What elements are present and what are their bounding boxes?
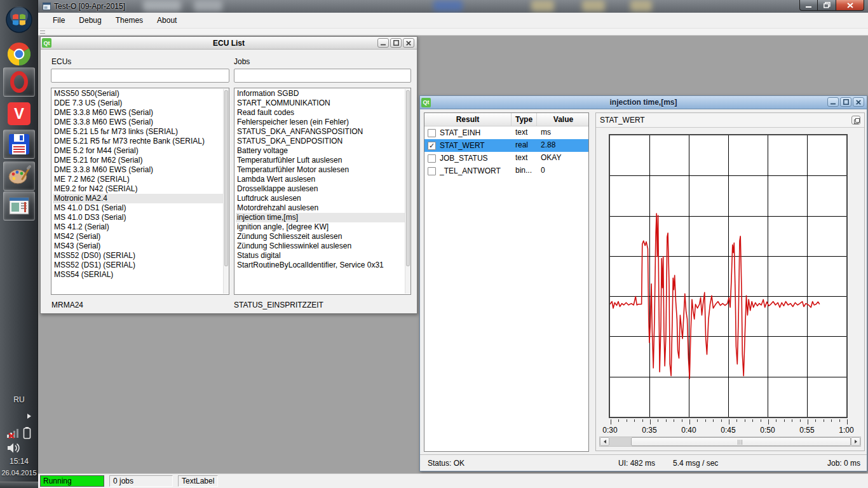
list-item[interactable]: DME 5.21 for M62 (Serial) bbox=[53, 156, 229, 165]
list-item[interactable]: MS 41.0 DS3 (Serial) bbox=[53, 213, 229, 222]
desktop-icon-blur bbox=[630, 0, 652, 11]
taskbar-item-vivaldi[interactable]: V bbox=[3, 99, 35, 128]
taskbar-item-opera[interactable] bbox=[3, 67, 35, 97]
list-item[interactable]: Zündung Schliesswinkel auslesen bbox=[236, 241, 410, 251]
scroll-left-arrow[interactable] bbox=[600, 437, 609, 446]
list-item[interactable]: Status digital bbox=[236, 251, 410, 261]
checkbox-unchecked[interactable] bbox=[428, 154, 436, 163]
taskbar-item-save[interactable] bbox=[3, 130, 35, 159]
list-item[interactable]: DDE 7.3 US (Serial) bbox=[53, 98, 229, 108]
main-restore-button[interactable] bbox=[818, 0, 836, 11]
list-item[interactable]: DME 3.3.8 M60 EWS (Serial) bbox=[53, 165, 229, 175]
list-item[interactable]: injection time,[ms] bbox=[236, 213, 410, 222]
list-item[interactable]: DME 5.21 L5 fьr M73 links (SERIAL) bbox=[53, 127, 229, 137]
main-titlebar[interactable]: Test-O [09-Apr-2015] bbox=[38, 0, 868, 13]
plot-area[interactable] bbox=[609, 134, 848, 418]
injection-minimize-button[interactable] bbox=[827, 97, 839, 107]
list-item[interactable]: Battery voltage bbox=[236, 146, 410, 156]
list-item[interactable]: Luftdruck auslesen bbox=[236, 194, 410, 203]
scrollbar-page-left[interactable] bbox=[609, 437, 631, 446]
list-item[interactable]: Information SGBD bbox=[236, 89, 410, 98]
ecu-minimize-button[interactable] bbox=[377, 38, 389, 48]
menu-item-debug[interactable]: Debug bbox=[72, 14, 107, 27]
list-item[interactable]: MS43 (Serial) bbox=[53, 241, 229, 251]
table-row[interactable]: _TEL_ANTWORTbin...0 bbox=[424, 165, 588, 177]
list-item[interactable]: DME 3.3.8 M60 EWS (Serial) bbox=[53, 108, 229, 118]
list-item[interactable]: ignition angle, [degree KW] bbox=[236, 222, 410, 232]
injection-window-titlebar[interactable]: Qt injection time,[ms] bbox=[420, 96, 867, 109]
ecu-window-titlebar[interactable]: Qt ECU List bbox=[41, 37, 417, 50]
list-item[interactable]: Temperaturfühler Luft auslesen bbox=[236, 156, 410, 165]
scroll-right-arrow[interactable] bbox=[851, 437, 860, 446]
job-list-scrollbar[interactable] bbox=[405, 89, 410, 294]
language-indicator[interactable]: RU bbox=[0, 395, 38, 404]
list-item[interactable]: START_KOMMUNIKATION bbox=[236, 98, 410, 108]
checkbox-unchecked[interactable] bbox=[428, 167, 436, 175]
taskbar-item-chrome[interactable] bbox=[3, 39, 35, 69]
column-header-result[interactable]: Result bbox=[424, 113, 512, 126]
table-row[interactable]: JOB_STATUStextOKAY bbox=[424, 152, 588, 165]
result-table-header[interactable]: Result Type Value bbox=[424, 113, 588, 126]
checkbox-checked[interactable]: ✓ bbox=[428, 142, 436, 150]
list-item[interactable]: Read fault codes bbox=[236, 108, 410, 118]
list-item[interactable]: Zündung Schliesszeit auslesen bbox=[236, 232, 410, 241]
list-item[interactable]: StartRoutineByLocalIdentifier, Service 0… bbox=[236, 261, 410, 270]
list-item[interactable]: MS 41.0 DS1 (Serial) bbox=[53, 203, 229, 213]
list-item[interactable]: Temperaturfühler Motor auslesen bbox=[236, 165, 410, 175]
ecu-maximize-button[interactable] bbox=[390, 38, 402, 48]
injection-close-button[interactable] bbox=[853, 97, 864, 107]
list-item[interactable]: MSS54 (SERIAL) bbox=[53, 270, 229, 280]
column-header-value[interactable]: Value bbox=[537, 113, 590, 126]
x-tick-label: 0:45 bbox=[715, 426, 741, 435]
ecu-filter-input[interactable] bbox=[51, 69, 229, 83]
battery-icon[interactable] bbox=[23, 426, 31, 439]
clock-time[interactable]: 15:14 bbox=[0, 457, 38, 466]
network-status-icon[interactable] bbox=[6, 427, 19, 438]
menu-item-file[interactable]: File bbox=[46, 14, 71, 27]
table-row[interactable]: STAT_EINHtextms bbox=[424, 126, 588, 139]
list-item[interactable]: Drosselklappe auslesen bbox=[236, 184, 410, 194]
show-desktop-button[interactable] bbox=[0, 482, 38, 488]
list-item[interactable]: MS42 (Serial) bbox=[53, 232, 229, 241]
result-name: _TEL_ANTWORT bbox=[440, 165, 501, 177]
list-item[interactable]: DME 3.3.8 M60 EWS (Serial) bbox=[53, 118, 229, 127]
ecu-list-scrollbar[interactable] bbox=[223, 89, 229, 294]
x-tick-label: 1:00 bbox=[834, 426, 859, 435]
toolbar-grip[interactable] bbox=[40, 30, 45, 34]
start-button[interactable] bbox=[3, 5, 35, 34]
menu-item-about[interactable]: About bbox=[151, 14, 183, 27]
time-scrollbar[interactable] bbox=[599, 437, 861, 447]
detach-panel-icon[interactable] bbox=[851, 116, 860, 125]
main-minimize-button[interactable] bbox=[799, 0, 818, 11]
column-header-type[interactable]: Type bbox=[512, 113, 537, 126]
list-item[interactable]: MSS50 S50(Serial) bbox=[53, 89, 229, 98]
taskbar-item-paint[interactable] bbox=[3, 161, 35, 191]
scrollbar-thumb[interactable] bbox=[631, 437, 851, 446]
list-item[interactable]: ME9.2 for N42 (SERIAL) bbox=[53, 184, 229, 194]
list-item[interactable]: Motronic MA2.4 bbox=[53, 194, 229, 203]
speaker-icon[interactable] bbox=[6, 442, 20, 454]
menu-item-themes[interactable]: Themes bbox=[109, 14, 149, 27]
list-item[interactable]: STATUS_DKA_ANFANGSPOSITION bbox=[236, 127, 410, 137]
clock-date[interactable]: 26.04.2015 bbox=[0, 469, 38, 477]
list-item[interactable]: DME 5.21 R5 fьr M73 rechte Bank (SERIAL) bbox=[53, 137, 229, 146]
list-item[interactable]: Fehlerspeicher lesen (ein Fehler) bbox=[236, 118, 410, 127]
list-item[interactable]: Lambda Wert auslesen bbox=[236, 175, 410, 184]
list-item[interactable]: MSS52 (DS0) (SERIAL) bbox=[53, 251, 229, 261]
list-item[interactable]: Motordrehzahl auslesen bbox=[236, 203, 410, 213]
result-value: 0 bbox=[537, 165, 590, 177]
taskbar-item-testapp[interactable] bbox=[3, 191, 35, 220]
injection-maximize-button[interactable] bbox=[840, 97, 851, 107]
list-item[interactable]: MSS52 (DS1) (SERIAL) bbox=[53, 261, 229, 270]
checkbox-unchecked[interactable] bbox=[428, 129, 436, 137]
job-filter-input[interactable] bbox=[234, 69, 411, 83]
main-close-button[interactable] bbox=[836, 0, 864, 11]
list-item[interactable]: MS 41.2 (Serial) bbox=[53, 222, 229, 232]
list-item[interactable]: ME 7.2 M62 (SERIAL) bbox=[53, 175, 229, 184]
list-item[interactable]: STATUS_DKA_ENDPOSITION bbox=[236, 137, 410, 146]
table-row[interactable]: ✓STAT_WERTreal2.88 bbox=[424, 139, 588, 152]
panel-splitter[interactable] bbox=[589, 112, 595, 452]
ecu-close-button[interactable] bbox=[403, 38, 414, 48]
tray-expand-arrow[interactable] bbox=[27, 413, 32, 419]
list-item[interactable]: DME 5.2 for M44 (Serial) bbox=[53, 146, 229, 156]
